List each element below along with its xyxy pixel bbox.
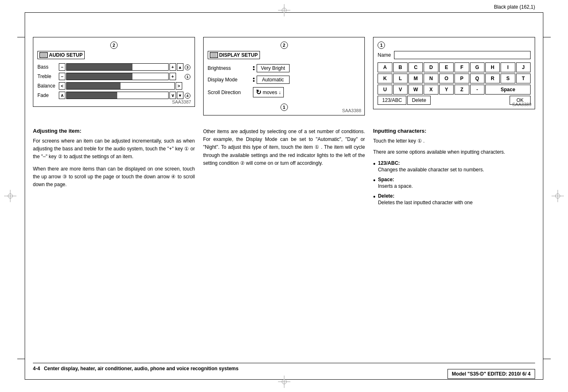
char-D[interactable]: D (424, 62, 438, 72)
btn-delete[interactable]: Delete (407, 96, 431, 105)
col2-text: Other items are adjusted by selecting on… (203, 124, 365, 210)
fade-up[interactable]: ∧ (59, 92, 65, 99)
display-diagram-box: 2 DISPLAY SETUP Brightness (203, 37, 365, 115)
scroll-row: Scroll Direction ↻ moves ↓ (208, 87, 361, 97)
col1-para1: For screens where an item can be adjuste… (33, 137, 195, 161)
col2-section: Other items are adjusted by selecting on… (203, 128, 365, 167)
char-dash[interactable]: - (470, 85, 485, 95)
bullet-dot-3: • (373, 194, 376, 206)
char-G[interactable]: G (470, 62, 485, 72)
fade-down[interactable]: ∨ (169, 92, 176, 99)
side-mark-right2 (543, 359, 551, 359)
display-title: DISPLAY SETUP (219, 52, 258, 58)
scroll-text: moves ↓ (263, 90, 281, 95)
char-row2: K L M N O P Q R S T (378, 74, 531, 83)
char-S[interactable]: S (501, 74, 515, 83)
brightness-value: Very Bright (257, 64, 290, 72)
col3-section: Inputting characters: Touch the letter k… (373, 128, 535, 206)
balance-row: Balance < > (37, 82, 190, 90)
audio-diagram-box: 2 AUDIO SETUP Bass – (33, 37, 195, 107)
char-row1: A B C D E F G H I J (378, 62, 531, 72)
char-E[interactable]: E (439, 62, 454, 72)
bullet-dot-2: • (373, 177, 376, 190)
char-Z[interactable]: Z (454, 85, 469, 95)
balance-left[interactable]: < (59, 82, 65, 90)
bass-plus[interactable]: + (169, 63, 176, 71)
char-O[interactable]: O (439, 74, 454, 83)
fade-down-arrow[interactable]: ▼ (177, 92, 183, 99)
char-space[interactable]: Space (485, 85, 531, 95)
char-W[interactable]: W (408, 85, 423, 95)
char-Y[interactable]: Y (439, 85, 454, 95)
crosshair-top (278, 4, 290, 16)
display-icon (210, 52, 218, 58)
fade-track (66, 92, 169, 99)
displaymode-value: Automatic (257, 76, 290, 84)
char-B[interactable]: B (393, 62, 408, 72)
col1-section: Adjusting the item: For screens where an… (33, 128, 195, 189)
fade-row: Fade ∧ ∨ ▼ 4 (37, 92, 190, 99)
displaymode-label: Display Mode (208, 77, 253, 83)
col3-para: Touch the letter key ① . (373, 137, 535, 145)
char-P[interactable]: P (454, 74, 469, 83)
header-text: Black plate (162,1) (494, 4, 535, 10)
side-mark-left (17, 37, 25, 37)
char-L[interactable]: L (393, 74, 408, 83)
char-diagram-box: 1 Name A B C D E F G H I (373, 37, 535, 109)
treble-track (66, 73, 169, 80)
audio-diagram-label: SAA3387 (172, 99, 191, 104)
displaymode-dots (253, 78, 255, 82)
char-C[interactable]: C (408, 62, 423, 72)
audio-icon (39, 52, 48, 58)
bass-minus[interactable]: – (59, 63, 65, 71)
audio-circle2: 2 (110, 42, 118, 49)
treble-minus[interactable]: – (59, 73, 65, 80)
char-M[interactable]: M (408, 74, 423, 83)
char-K[interactable]: K (378, 74, 392, 83)
name-row: Name (378, 51, 531, 59)
bass-label: Bass (37, 64, 59, 70)
bass-num: 3 (185, 64, 190, 70)
char-Q[interactable]: Q (470, 74, 485, 83)
treble-num: 1 (185, 74, 190, 80)
char-circle1: 1 (378, 42, 385, 49)
page-header: Black plate (162,1) (494, 4, 535, 10)
page-border-right (543, 12, 543, 380)
char-F[interactable]: F (454, 62, 469, 72)
treble-label: Treble (37, 74, 59, 79)
balance-right[interactable]: > (176, 82, 182, 90)
bass-up[interactable]: ▲ (177, 63, 183, 71)
bullet-title-2: Space: (378, 177, 535, 182)
char-U[interactable]: U (378, 85, 392, 95)
char-R[interactable]: R (485, 74, 500, 83)
char-X[interactable]: X (424, 85, 438, 95)
footer-bottom: Model "S35-D" EDITED: 2010/ 6/ 4 (33, 369, 535, 379)
btn-123abc[interactable]: 123/ABC (378, 96, 406, 105)
scroll-icon: ↻ (256, 88, 261, 96)
side-mark-right (543, 37, 551, 37)
bullet-content-3: Delete: Deletes the last inputted charac… (378, 193, 535, 206)
bullet-text-2: Inserts a space. (378, 182, 535, 190)
bullet-dot-1: • (373, 161, 376, 173)
char-T[interactable]: T (516, 74, 531, 83)
char-H[interactable]: H (485, 62, 500, 72)
char-bottom-row: 123/ABC Delete OK (378, 96, 531, 105)
char-I[interactable]: I (501, 62, 515, 72)
bullet-title-3: Delete: (378, 193, 535, 199)
bass-row: Bass – + ▲ 3 (37, 63, 190, 71)
char-V[interactable]: V (393, 85, 408, 95)
fade-num: 4 (185, 92, 190, 99)
treble-row: Treble – + 1 (37, 73, 190, 80)
bass-track (66, 63, 169, 71)
audio-title: AUDIO SETUP (49, 52, 83, 58)
char-N[interactable]: N (424, 74, 438, 83)
balance-label: Balance (37, 83, 59, 89)
fade-label: Fade (37, 92, 59, 98)
name-field[interactable] (394, 51, 531, 59)
balance-track (66, 82, 175, 90)
char-J[interactable]: J (516, 62, 531, 72)
char-A[interactable]: A (378, 62, 392, 72)
treble-plus[interactable]: + (169, 73, 176, 80)
bullet-delete: • Delete: Deletes the last inputted char… (373, 193, 535, 206)
displaymode-row: Display Mode Automatic (208, 76, 361, 84)
